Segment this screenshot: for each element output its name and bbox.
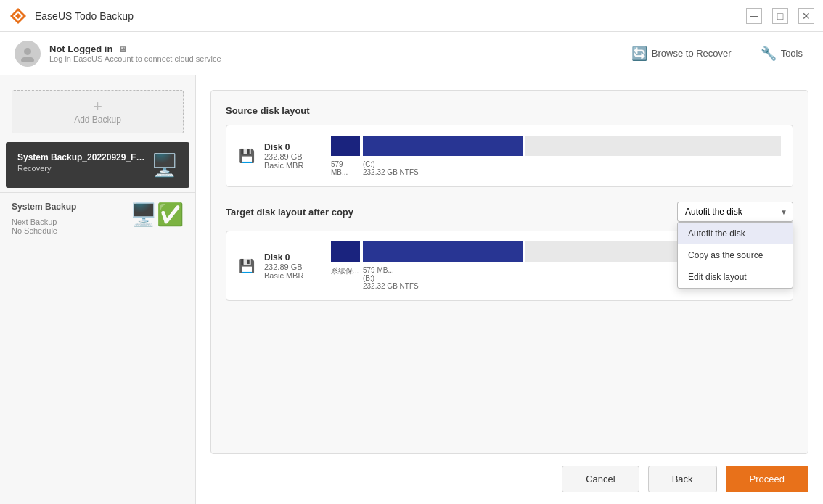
source-disk-details: Disk 0 232.89 GB Basic MBR xyxy=(264,142,322,170)
app-title: EaseUS Todo Backup xyxy=(35,10,746,22)
minimize-button[interactable]: ─ xyxy=(746,8,762,24)
dropdown-item-autofit[interactable]: Autofit the disk xyxy=(678,223,793,244)
svg-point-4 xyxy=(21,57,34,62)
content-inner: Source disk layout 💾 Disk 0 232.89 GB Ba… xyxy=(210,90,808,454)
window-controls: ─ □ ✕ xyxy=(746,8,814,24)
dropdown-item-copy-source[interactable]: Copy as the source xyxy=(678,244,793,266)
cancel-button[interactable]: Cancel xyxy=(562,466,639,492)
source-bar-row xyxy=(331,136,781,156)
svg-point-3 xyxy=(24,48,31,55)
source-disk-icon: 💾 xyxy=(238,148,255,164)
source-disk-size: 232.89 GB xyxy=(264,152,322,161)
proceed-button[interactable]: Proceed xyxy=(726,466,808,492)
target-partition-small xyxy=(331,241,360,262)
system-backup-section: System Backup Next Backup No Schedule 🖥️… xyxy=(0,192,195,244)
main-layout: + Add Backup System Backup_20220929_Full… xyxy=(0,75,823,504)
sidebar-item-active-backup[interactable]: System Backup_20220929_Full... Recovery … xyxy=(6,142,189,188)
user-section: Not Logged in 🖥 Log in EaseUS Account to… xyxy=(15,41,626,67)
source-disk-bars: 579 MB... (C:) 232.32 GB NTFS xyxy=(331,136,781,176)
source-label-small: 579 MB... xyxy=(331,160,360,176)
source-disk-type: Basic MBR xyxy=(264,161,322,170)
user-name: Not Logged in 🖥 xyxy=(49,44,221,54)
dropdown-menu: Autofit the disk Copy as the source Edit… xyxy=(677,222,793,289)
source-partition-large xyxy=(363,136,523,156)
sidebar: + Add Backup System Backup_20220929_Full… xyxy=(0,75,196,504)
app-logo xyxy=(9,7,28,25)
source-disk-name: Disk 0 xyxy=(264,142,322,152)
recovery-icon: 🖥️ xyxy=(151,152,178,178)
back-button[interactable]: Back xyxy=(648,466,717,492)
tools-button[interactable]: 🔧 Tools xyxy=(755,43,808,65)
target-disk-type: Basic MBR xyxy=(264,271,322,280)
header-actions: 🔄 Browse to Recover 🔧 Tools xyxy=(626,43,808,65)
target-disk-size: 232.89 GB xyxy=(264,263,322,271)
tools-icon: 🔧 xyxy=(761,46,777,62)
avatar xyxy=(15,41,41,67)
dropdown-item-edit-layout[interactable]: Edit disk layout xyxy=(678,266,793,288)
main-content: Source disk layout 💾 Disk 0 232.89 GB Ba… xyxy=(196,75,823,504)
browse-recover-button[interactable]: 🔄 Browse to Recover xyxy=(626,43,737,65)
target-disk-icon: 💾 xyxy=(238,258,255,274)
add-backup-button[interactable]: + Add Backup xyxy=(12,90,184,133)
maximize-button[interactable]: □ xyxy=(772,8,788,24)
source-disk-row: 💾 Disk 0 232.89 GB Basic MBR 579 xyxy=(238,136,781,176)
target-disk-details: Disk 0 232.89 GB Basic MBR xyxy=(264,252,322,280)
add-backup-label: Add Backup xyxy=(74,115,121,125)
footer-buttons: Cancel Back Proceed xyxy=(210,454,808,504)
target-section-label: Target disk layout after copy xyxy=(226,207,353,218)
no-schedule-label: No Schedule xyxy=(12,226,76,235)
source-partition-labels: 579 MB... (C:) 232.32 GB NTFS xyxy=(331,160,781,176)
plus-icon: + xyxy=(93,99,102,115)
source-partition-small xyxy=(331,136,360,156)
user-info: Not Logged in 🖥 Log in EaseUS Account to… xyxy=(49,44,221,63)
browse-recover-icon: 🔄 xyxy=(631,46,647,62)
target-label-small: 系续保... xyxy=(331,266,360,290)
target-label-large: 579 MB... (B:) 232.32 GB NTFS xyxy=(363,266,523,290)
system-backup-icon: 🖥️✅ xyxy=(130,202,184,227)
system-backup-title: System Backup xyxy=(12,202,76,212)
target-disk-name: Disk 0 xyxy=(264,252,322,263)
next-backup-label: Next Backup xyxy=(12,218,76,226)
disk-layout-dropdown[interactable]: Autofit the disk Copy as the source Edit… xyxy=(677,202,793,222)
source-disk-box: 💾 Disk 0 232.89 GB Basic MBR 579 xyxy=(226,125,793,187)
disk-layout-dropdown-wrapper: Autofit the disk Copy as the source Edit… xyxy=(677,202,793,222)
backup-item-title: System Backup_20220929_Full... xyxy=(17,152,145,162)
target-header: Target disk layout after copy Autofit th… xyxy=(226,202,793,222)
backup-item-sub: Recovery xyxy=(17,164,145,173)
user-sub-text: Log in EaseUS Account to connect cloud s… xyxy=(49,54,221,63)
source-section-label: Source disk layout xyxy=(226,105,793,116)
target-partition-large xyxy=(363,241,523,262)
app-header: Not Logged in 🖥 Log in EaseUS Account to… xyxy=(0,32,823,75)
titlebar: EaseUS Todo Backup ─ □ ✕ xyxy=(0,0,823,32)
close-button[interactable]: ✕ xyxy=(798,8,814,24)
source-label-large: (C:) 232.32 GB NTFS xyxy=(363,160,523,176)
source-partition-free xyxy=(525,136,781,156)
